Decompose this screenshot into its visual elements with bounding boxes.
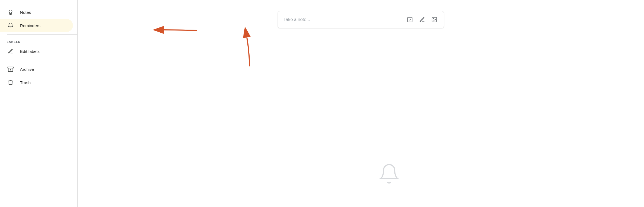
- edit-labels-label: Edit labels: [20, 49, 40, 54]
- main-content: Take a note...: [78, 0, 644, 207]
- annotation-overlay: [78, 0, 644, 207]
- labels-section-header: LABELS: [0, 37, 77, 45]
- sidebar-item-trash[interactable]: Trash: [0, 76, 73, 89]
- sidebar-item-reminders[interactable]: Reminders: [0, 19, 73, 32]
- sidebar: Notes Reminders LABELS Edit labels: [0, 0, 78, 207]
- trash-icon: [7, 79, 14, 86]
- new-image-button[interactable]: [430, 16, 438, 24]
- archive-label: Archive: [20, 67, 34, 72]
- trash-label: Trash: [20, 80, 31, 85]
- divider-1: [7, 34, 77, 35]
- empty-bell-icon: [378, 163, 400, 185]
- divider-2: [7, 60, 77, 60]
- sidebar-item-archive[interactable]: Archive: [0, 63, 73, 76]
- sidebar-item-edit-labels[interactable]: Edit labels: [0, 45, 73, 58]
- archive-icon: [7, 65, 14, 73]
- note-placeholder-text[interactable]: Take a note...: [283, 17, 406, 22]
- sidebar-item-notes[interactable]: Notes: [0, 6, 73, 19]
- lightbulb-icon: [7, 8, 14, 16]
- new-drawing-button[interactable]: [418, 16, 426, 24]
- bell-icon: [7, 22, 14, 29]
- new-list-button[interactable]: [406, 16, 414, 24]
- reminders-label: Reminders: [20, 23, 40, 28]
- svg-rect-1: [8, 67, 13, 68]
- notes-label: Notes: [20, 10, 31, 15]
- pencil-icon: [7, 47, 14, 55]
- svg-point-7: [433, 18, 434, 19]
- empty-state-icon: [378, 163, 400, 185]
- note-input-area[interactable]: Take a note...: [278, 11, 444, 28]
- note-action-buttons: [406, 16, 438, 24]
